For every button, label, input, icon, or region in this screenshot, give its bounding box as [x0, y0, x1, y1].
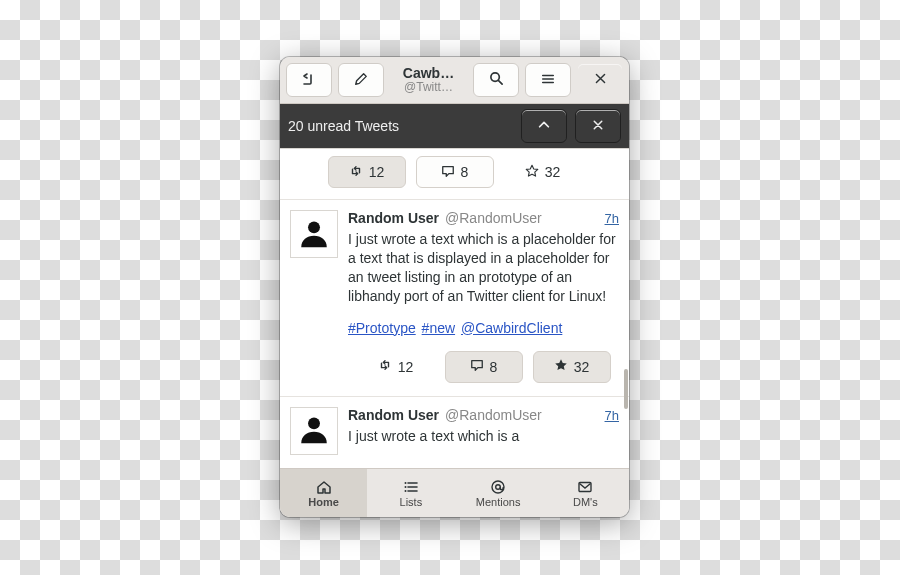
nav-home[interactable]: Home: [280, 469, 367, 517]
pencil-icon: [354, 72, 368, 89]
timeline-content: 12 8 32: [280, 148, 629, 468]
tweet-author-name: Random User: [348, 407, 439, 423]
nav-dms[interactable]: DM's: [542, 469, 629, 517]
close-icon: [592, 118, 604, 134]
retweet-icon: [378, 358, 392, 375]
app-title: Cawb…: [390, 66, 467, 81]
like-count: 32: [545, 164, 561, 180]
chevron-up-icon: [537, 118, 551, 135]
envelope-icon: [577, 479, 593, 495]
tweet-header: Random User @RandomUser 7h: [348, 210, 619, 226]
svg-point-1: [308, 221, 320, 233]
back-icon: [301, 71, 317, 90]
quote-button[interactable]: 8: [445, 351, 523, 383]
tweet-timestamp[interactable]: 7h: [605, 408, 619, 423]
tweet-author-handle: @RandomUser: [445, 407, 542, 423]
tweet-text: I just wrote a text which is a: [348, 427, 619, 446]
nav-mentions[interactable]: Mentions: [455, 469, 542, 517]
tweet-body: Random User @RandomUser 7h I just wrote …: [348, 210, 619, 396]
tweet-timestamp[interactable]: 7h: [605, 211, 619, 226]
tweet-author-name: Random User: [348, 210, 439, 226]
close-icon: [594, 72, 607, 88]
scroll-up-button[interactable]: [521, 109, 567, 143]
header-bar: Cawb… @Twitt…: [280, 57, 629, 104]
like-button[interactable]: 32: [504, 156, 582, 188]
at-icon: [490, 479, 506, 495]
dismiss-banner-button[interactable]: [575, 109, 621, 143]
tweet-text: I just wrote a text which is a placehold…: [348, 230, 619, 306]
retweet-count: 12: [398, 359, 414, 375]
star-icon: [554, 358, 568, 375]
retweet-count: 12: [369, 164, 385, 180]
hashtag-link[interactable]: #new: [422, 320, 455, 336]
scrollbar[interactable]: [623, 159, 629, 458]
tweet-header: Random User @RandomUser 7h: [348, 407, 619, 423]
unread-banner: 20 unread Tweets: [280, 104, 629, 148]
unread-banner-text: 20 unread Tweets: [288, 118, 513, 134]
like-button[interactable]: 32: [533, 351, 611, 383]
nav-mentions-label: Mentions: [476, 496, 521, 508]
retweet-button[interactable]: 12: [328, 156, 406, 188]
retweet-button[interactable]: 12: [357, 351, 435, 383]
hashtag-link[interactable]: #Prototype: [348, 320, 416, 336]
app-window: Cawb… @Twitt… 20 unread Tweets: [280, 57, 629, 517]
like-count: 32: [574, 359, 590, 375]
svg-point-5: [404, 490, 406, 492]
star-icon: [525, 164, 539, 181]
nav-dms-label: DM's: [573, 496, 598, 508]
svg-point-2: [308, 417, 320, 429]
person-icon: [297, 216, 331, 253]
tweet-item[interactable]: Random User @RandomUser 7h I just wrote …: [280, 397, 629, 455]
svg-point-4: [404, 486, 406, 488]
window-close-button[interactable]: [577, 63, 623, 97]
bottom-nav: Home Lists Mentions DM's: [280, 468, 629, 517]
compose-button[interactable]: [338, 63, 384, 97]
tweet-item[interactable]: Random User @RandomUser 7h I just wrote …: [280, 200, 629, 397]
tweet-body: Random User @RandomUser 7h I just wrote …: [348, 407, 619, 455]
avatar: [290, 407, 338, 455]
search-icon: [489, 71, 504, 89]
header-title: Cawb… @Twitt…: [390, 66, 467, 95]
tweet-author-handle: @RandomUser: [445, 210, 542, 226]
avatar: [290, 210, 338, 258]
tweet-actions-row: 12 8 32: [280, 149, 629, 200]
menu-button[interactable]: [525, 63, 571, 97]
quote-count: 8: [461, 164, 469, 180]
list-icon: [403, 479, 419, 495]
nav-lists-label: Lists: [400, 496, 423, 508]
scrollbar-thumb[interactable]: [624, 369, 628, 409]
svg-point-3: [404, 482, 406, 484]
mention-link[interactable]: @CawbirdClient: [461, 320, 562, 336]
nav-home-label: Home: [308, 496, 339, 508]
svg-point-6: [492, 481, 504, 493]
quote-button[interactable]: 8: [416, 156, 494, 188]
home-icon: [316, 479, 332, 495]
nav-lists[interactable]: Lists: [367, 469, 454, 517]
back-button[interactable]: [286, 63, 332, 97]
tweet-entities: #Prototype #new @CawbirdClient: [348, 320, 619, 336]
hamburger-icon: [541, 72, 555, 89]
app-subtitle: @Twitt…: [390, 81, 467, 94]
search-button[interactable]: [473, 63, 519, 97]
tweet-actions-row: 12 8 32: [348, 344, 619, 396]
quote-count: 8: [490, 359, 498, 375]
retweet-icon: [349, 164, 363, 181]
person-icon: [297, 412, 331, 449]
quote-icon: [441, 164, 455, 181]
quote-icon: [470, 358, 484, 375]
